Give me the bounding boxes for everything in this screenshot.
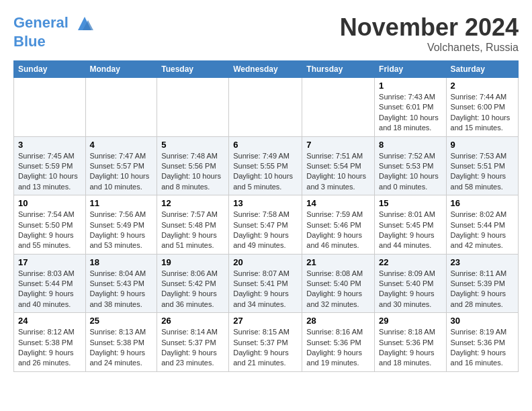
day-number: 13 (233, 198, 298, 208)
day-number: 23 (451, 257, 514, 267)
calendar-cell: 1Sunrise: 7:43 AMSunset: 6:01 PMDaylight… (375, 78, 446, 137)
logo-text: General (13, 13, 95, 34)
day-info: Sunrise: 7:52 AMSunset: 5:53 PMDaylight:… (379, 151, 441, 193)
day-info: Sunrise: 7:48 AMSunset: 5:56 PMDaylight:… (161, 151, 224, 193)
calendar-cell: 26Sunrise: 8:14 AMSunset: 5:37 PMDayligh… (157, 313, 229, 372)
calendar-cell: 10Sunrise: 7:54 AMSunset: 5:50 PMDayligh… (14, 195, 86, 255)
calendar-cell: 23Sunrise: 8:11 AMSunset: 5:39 PMDayligh… (446, 254, 518, 313)
day-number: 22 (379, 257, 441, 267)
day-number: 29 (379, 316, 441, 326)
day-info: Sunrise: 8:03 AMSunset: 5:44 PMDaylight:… (18, 269, 81, 310)
day-info: Sunrise: 7:43 AMSunset: 6:01 PMDaylight:… (379, 92, 441, 134)
weekday-header-wednesday: Wednesday (229, 61, 302, 78)
day-info: Sunrise: 7:47 AMSunset: 5:57 PMDaylight:… (90, 151, 153, 193)
day-info: Sunrise: 7:59 AMSunset: 5:46 PMDaylight:… (306, 210, 370, 251)
day-info: Sunrise: 8:07 AMSunset: 5:41 PMDaylight:… (233, 269, 298, 310)
day-info: Sunrise: 8:19 AMSunset: 5:36 PMDaylight:… (451, 327, 514, 369)
calendar-cell: 24Sunrise: 8:12 AMSunset: 5:38 PMDayligh… (14, 313, 86, 372)
day-info: Sunrise: 8:14 AMSunset: 5:37 PMDaylight:… (161, 327, 224, 369)
day-number: 26 (161, 316, 224, 326)
calendar-cell (302, 78, 375, 137)
calendar-cell: 19Sunrise: 8:06 AMSunset: 5:42 PMDayligh… (157, 254, 229, 313)
day-info: Sunrise: 8:08 AMSunset: 5:40 PMDaylight:… (306, 269, 370, 310)
day-number: 19 (161, 257, 224, 267)
day-info: Sunrise: 7:56 AMSunset: 5:49 PMDaylight:… (90, 210, 153, 251)
calendar-cell: 18Sunrise: 8:04 AMSunset: 5:43 PMDayligh… (85, 254, 157, 313)
calendar-cell: 15Sunrise: 8:01 AMSunset: 5:45 PMDayligh… (375, 195, 446, 255)
day-number: 30 (451, 316, 514, 326)
calendar-cell: 25Sunrise: 8:13 AMSunset: 5:38 PMDayligh… (85, 313, 157, 372)
day-info: Sunrise: 8:18 AMSunset: 5:36 PMDaylight:… (379, 327, 441, 369)
location: Volchanets, Russia (340, 42, 519, 54)
day-number: 21 (306, 257, 370, 267)
day-number: 15 (379, 198, 441, 208)
day-info: Sunrise: 8:16 AMSunset: 5:36 PMDaylight:… (306, 327, 370, 369)
calendar-week-4: 17Sunrise: 8:03 AMSunset: 5:44 PMDayligh… (14, 254, 519, 313)
calendar-table: SundayMondayTuesdayWednesdayThursdayFrid… (13, 60, 519, 372)
day-info: Sunrise: 8:15 AMSunset: 5:37 PMDaylight:… (233, 327, 298, 369)
calendar-cell (157, 78, 229, 137)
calendar-cell: 6Sunrise: 7:49 AMSunset: 5:55 PMDaylight… (229, 136, 302, 195)
weekday-header-saturday: Saturday (446, 61, 518, 78)
day-number: 25 (90, 316, 153, 326)
weekday-header-monday: Monday (85, 61, 157, 78)
logo-blue: Blue (13, 34, 95, 50)
day-info: Sunrise: 8:04 AMSunset: 5:43 PMDaylight:… (90, 269, 153, 310)
calendar-cell: 28Sunrise: 8:16 AMSunset: 5:36 PMDayligh… (302, 313, 375, 372)
calendar-cell: 9Sunrise: 7:53 AMSunset: 5:51 PMDaylight… (446, 136, 518, 195)
calendar-cell: 3Sunrise: 7:45 AMSunset: 5:59 PMDaylight… (14, 136, 86, 195)
calendar-cell: 13Sunrise: 7:58 AMSunset: 5:47 PMDayligh… (229, 195, 302, 255)
day-number: 20 (233, 257, 298, 267)
calendar-cell: 30Sunrise: 8:19 AMSunset: 5:36 PMDayligh… (446, 313, 518, 372)
day-info: Sunrise: 8:12 AMSunset: 5:38 PMDaylight:… (18, 327, 81, 369)
day-info: Sunrise: 7:58 AMSunset: 5:47 PMDaylight:… (233, 210, 298, 251)
day-number: 14 (306, 198, 370, 208)
day-number: 7 (306, 140, 370, 150)
day-number: 1 (379, 81, 441, 91)
day-info: Sunrise: 7:57 AMSunset: 5:48 PMDaylight:… (161, 210, 224, 251)
calendar-cell: 21Sunrise: 8:08 AMSunset: 5:40 PMDayligh… (302, 254, 375, 313)
calendar-cell: 11Sunrise: 7:56 AMSunset: 5:49 PMDayligh… (85, 195, 157, 255)
calendar-cell: 16Sunrise: 8:02 AMSunset: 5:44 PMDayligh… (446, 195, 518, 255)
title-block: November 2024 Volchanets, Russia (340, 13, 519, 54)
day-number: 8 (379, 140, 441, 150)
day-number: 11 (90, 198, 153, 208)
day-number: 5 (161, 140, 224, 150)
day-info: Sunrise: 7:53 AMSunset: 5:51 PMDaylight:… (451, 151, 514, 193)
day-info: Sunrise: 8:09 AMSunset: 5:40 PMDaylight:… (379, 269, 441, 310)
calendar-cell: 20Sunrise: 8:07 AMSunset: 5:41 PMDayligh… (229, 254, 302, 313)
calendar-body: 1Sunrise: 7:43 AMSunset: 6:01 PMDaylight… (14, 78, 519, 372)
day-number: 2 (451, 81, 514, 91)
weekday-header-thursday: Thursday (302, 61, 375, 78)
day-number: 10 (18, 198, 81, 208)
calendar-week-3: 10Sunrise: 7:54 AMSunset: 5:50 PMDayligh… (14, 195, 519, 255)
calendar-cell: 14Sunrise: 7:59 AMSunset: 5:46 PMDayligh… (302, 195, 375, 255)
day-number: 3 (18, 140, 81, 150)
day-number: 17 (18, 257, 81, 267)
day-number: 28 (306, 316, 370, 326)
day-info: Sunrise: 7:49 AMSunset: 5:55 PMDaylight:… (233, 151, 298, 193)
calendar-week-1: 1Sunrise: 7:43 AMSunset: 6:01 PMDaylight… (14, 78, 519, 137)
calendar-cell: 2Sunrise: 7:44 AMSunset: 6:00 PMDaylight… (446, 78, 518, 137)
logo: General Blue (13, 13, 95, 50)
day-info: Sunrise: 8:02 AMSunset: 5:44 PMDaylight:… (451, 210, 514, 251)
day-number: 27 (233, 316, 298, 326)
day-info: Sunrise: 8:06 AMSunset: 5:42 PMDaylight:… (161, 269, 224, 310)
day-number: 16 (451, 198, 514, 208)
day-info: Sunrise: 8:11 AMSunset: 5:39 PMDaylight:… (451, 269, 514, 310)
calendar-cell: 8Sunrise: 7:52 AMSunset: 5:53 PMDaylight… (375, 136, 446, 195)
day-number: 24 (18, 316, 81, 326)
day-info: Sunrise: 8:01 AMSunset: 5:45 PMDaylight:… (379, 210, 441, 251)
day-info: Sunrise: 7:51 AMSunset: 5:54 PMDaylight:… (306, 151, 370, 193)
page-header: General Blue November 2024 Volchanets, R… (13, 13, 519, 54)
weekday-header-tuesday: Tuesday (157, 61, 229, 78)
calendar-cell: 7Sunrise: 7:51 AMSunset: 5:54 PMDaylight… (302, 136, 375, 195)
logo-icon (75, 13, 95, 34)
calendar-cell: 17Sunrise: 8:03 AMSunset: 5:44 PMDayligh… (14, 254, 86, 313)
day-number: 18 (90, 257, 153, 267)
calendar-cell: 12Sunrise: 7:57 AMSunset: 5:48 PMDayligh… (157, 195, 229, 255)
calendar-cell: 27Sunrise: 8:15 AMSunset: 5:37 PMDayligh… (229, 313, 302, 372)
calendar-cell (14, 78, 86, 137)
day-info: Sunrise: 8:13 AMSunset: 5:38 PMDaylight:… (90, 327, 153, 369)
weekday-header-friday: Friday (375, 61, 446, 78)
